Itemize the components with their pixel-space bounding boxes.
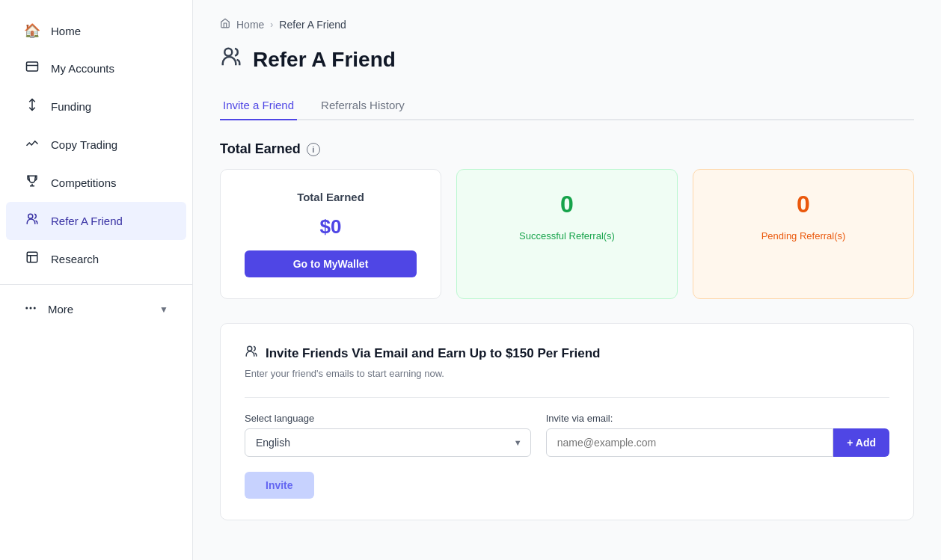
invite-subtitle: Enter your friend's emails to start earn… — [245, 368, 889, 379]
total-earned-heading: Total Earned i — [220, 141, 914, 157]
page-title-icon — [220, 46, 242, 73]
sidebar: 🏠 Home My Accounts Funding Copy Trading … — [0, 0, 193, 560]
svg-point-10 — [224, 49, 232, 56]
email-input-row: + Add — [546, 428, 889, 457]
sidebar-item-label: Home — [51, 25, 81, 37]
chevron-down-icon: ▼ — [159, 304, 168, 315]
funding-icon — [24, 98, 40, 115]
pending-count: 0 — [797, 191, 810, 218]
language-label: Select language — [245, 413, 531, 424]
invite-button[interactable]: Invite — [245, 472, 314, 499]
successful-count: 0 — [560, 191, 574, 218]
svg-point-3 — [28, 214, 33, 218]
copy-trading-icon — [24, 136, 40, 153]
form-row: Select language English Spanish French G… — [245, 413, 889, 457]
sidebar-item-my-accounts[interactable]: My Accounts — [6, 49, 186, 87]
more-label: More — [48, 303, 73, 316]
info-icon[interactable]: i — [307, 143, 320, 156]
home-icon: 🏠 — [24, 22, 40, 39]
language-group: Select language English Spanish French G… — [245, 413, 531, 457]
sidebar-item-refer-a-friend[interactable]: Refer A Friend — [6, 202, 186, 240]
email-label: Invite via email: — [546, 413, 889, 424]
invite-title-row: Invite Friends Via Email and Earn Up to … — [245, 345, 889, 362]
main-content: Home › Refer A Friend Refer A Friend Inv… — [193, 0, 941, 560]
svg-rect-0 — [27, 62, 38, 71]
add-email-button[interactable]: + Add — [833, 428, 889, 457]
email-group: Invite via email: + Add — [546, 413, 889, 457]
language-select-wrapper: English Spanish French German ▼ — [245, 428, 531, 457]
sidebar-item-more[interactable]: More ▼ — [6, 291, 186, 327]
tab-referrals-history[interactable]: Referrals History — [318, 91, 408, 120]
successful-referrals-card: 0 Successful Referral(s) — [456, 169, 678, 299]
sidebar-item-competitions[interactable]: Competitions — [6, 164, 186, 202]
tab-invite-friend[interactable]: Invite a Friend — [220, 91, 297, 120]
sidebar-item-label: Competitions — [51, 176, 117, 189]
breadcrumb: Home › Refer A Friend — [220, 18, 914, 31]
breadcrumb-home[interactable]: Home — [236, 19, 264, 31]
sidebar-divider — [0, 284, 192, 285]
language-select[interactable]: English Spanish French German — [245, 428, 531, 457]
svg-point-9 — [34, 307, 36, 309]
sidebar-item-label: Refer A Friend — [51, 215, 123, 227]
pending-label: Pending Referral(s) — [761, 230, 846, 241]
sidebar-item-copy-trading[interactable]: Copy Trading — [6, 126, 186, 164]
competitions-icon — [24, 174, 40, 191]
breadcrumb-separator: › — [270, 19, 273, 30]
sidebar-item-label: Research — [51, 253, 99, 265]
accounts-icon — [24, 60, 40, 77]
successful-label: Successful Referral(s) — [519, 230, 615, 241]
sidebar-item-research[interactable]: Research — [6, 240, 186, 278]
research-icon — [24, 250, 40, 268]
svg-point-7 — [26, 307, 28, 309]
go-to-mywallet-button[interactable]: Go to MyWallet — [245, 250, 417, 277]
sidebar-item-funding[interactable]: Funding — [6, 87, 186, 126]
refer-icon — [24, 212, 40, 230]
page-title-row: Refer A Friend — [220, 46, 914, 73]
invite-section: Invite Friends Via Email and Earn Up to … — [220, 323, 914, 520]
svg-point-8 — [30, 307, 31, 309]
breadcrumb-current: Refer A Friend — [279, 19, 346, 31]
page-title: Refer A Friend — [253, 48, 396, 72]
sidebar-item-home[interactable]: 🏠 Home — [6, 12, 186, 49]
total-earned-card: Total Earned $0 Go to MyWallet — [220, 169, 441, 299]
more-icon — [24, 301, 37, 317]
total-earned-value: $0 — [320, 215, 342, 239]
invite-icon — [245, 345, 258, 362]
email-input[interactable] — [546, 428, 834, 457]
pending-referrals-card: 0 Pending Referral(s) — [693, 169, 914, 299]
invite-title: Invite Friends Via Email and Earn Up to … — [266, 346, 601, 361]
total-earned-label: Total Earned — [297, 191, 364, 203]
home-icon-breadcrumb — [220, 18, 230, 31]
cards-row: Total Earned $0 Go to MyWallet 0 Success… — [220, 169, 914, 299]
tabs: Invite a Friend Referrals History — [220, 91, 914, 120]
sidebar-item-label: My Accounts — [51, 62, 114, 75]
sidebar-item-label: Funding — [51, 100, 91, 113]
sidebar-item-label: Copy Trading — [51, 138, 117, 151]
svg-rect-4 — [27, 252, 37, 262]
svg-point-11 — [248, 346, 252, 351]
invite-divider — [245, 397, 889, 398]
